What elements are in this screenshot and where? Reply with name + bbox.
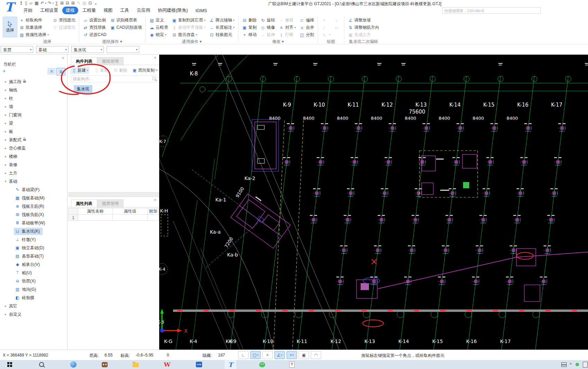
tab-drawing-manage[interactable]: 图纸管理 [97, 57, 124, 65]
merge-button[interactable]: ∪合并 [299, 24, 315, 31]
taskbar-folder-icon[interactable] [130, 360, 142, 369]
adjust-slope-button[interactable]: ∠调整放坡 [347, 17, 380, 24]
save-file-icon[interactable]: ▦ [35, 1, 38, 6]
menu-tab-cloud-app[interactable]: 云应用 [133, 7, 154, 14]
sidebar-item-raft-main-rebar[interactable]: ⊕筏板主筋(R) [0, 202, 67, 210]
new-button[interactable]: ▯新建▾ [70, 67, 89, 74]
sidebar-item-pile-cap[interactable]: ◆桩承台(V) [0, 260, 67, 269]
view-table-icon[interactable]: ⊟ [66, 1, 69, 6]
set-scale-button[interactable]: ▱设置比例 [82, 17, 107, 24]
region-select-mode-button[interactable]: ▢▾ [250, 351, 261, 359]
menu-tab-view[interactable]: 视图 [100, 7, 116, 14]
sidebar-item-foundation-slab-band[interactable]: Ⅲ基础板带(W) [0, 219, 67, 227]
list-item[interactable]: 集水坑 [74, 85, 92, 93]
shortcut-search-input[interactable] [442, 7, 541, 14]
taskbar-gtj-app-icon[interactable]: T [225, 360, 236, 369]
floor-select[interactable]: 首层▾ [1, 46, 33, 53]
convert-element-button[interactable]: ⊡转换图元 [208, 31, 235, 38]
menu-tab-modeling[interactable]: 建模 [62, 7, 78, 14]
menu-tab-project-settings[interactable]: 工程设置 [37, 7, 62, 14]
taskbar-assistant-icon[interactable] [99, 360, 110, 369]
sidebar-item-column-pier[interactable]: ⊥柱墩(Y) [0, 235, 67, 244]
element-save-button[interactable]: ⊟图元存盘▾ [171, 31, 206, 38]
offset-button[interactable]: ⊂偏移 [299, 17, 315, 24]
sidebar-item-independent-foundation[interactable]: ▣独立基础(D) [0, 244, 67, 252]
taskbar-wps-icon[interactable]: W [161, 360, 173, 369]
cloud-check-button[interactable]: ☁云检查 [148, 24, 169, 31]
view-report-icon[interactable]: ⊞ [71, 1, 75, 6]
restore-cad-button[interactable]: ↺还原CAD [82, 31, 107, 38]
sidebar-item-prefab[interactable]: ▸装配式 [0, 136, 67, 144]
component-search-input[interactable] [71, 75, 157, 82]
component-type-select[interactable]: 集水坑▾ [71, 46, 104, 53]
sidebar-item-stair[interactable]: ▸楼梯 [0, 152, 67, 161]
move-button[interactable]: +移动 [241, 31, 257, 38]
cad-viewport[interactable]: XK-7K-HK-4K-3K-8K-9K-10K-11K-12K-13K-14K… [159, 55, 588, 350]
component-name-select[interactable]: ▾ [107, 46, 139, 53]
sidebar-item-slab[interactable]: ▸板 [0, 127, 67, 136]
taskbar-start-icon[interactable] [4, 360, 16, 369]
sidebar-item-raft-foundation[interactable]: ▦筏板基础(M) [0, 194, 67, 202]
undo-dropdown-arrow[interactable]: ▾ [45, 2, 46, 5]
list-view-icon[interactable]: ≡ [47, 68, 56, 75]
taskbar-wechat-icon[interactable] [256, 360, 268, 369]
cell-extra[interactable] [147, 215, 159, 221]
inter-floor-copy-button[interactable]: ▣层间复制 [132, 68, 155, 73]
split-button[interactable]: ◫分割 [299, 31, 315, 38]
sidebar-item-foundation[interactable]: ▾基础 [0, 177, 67, 186]
sidebar-item-earthwork[interactable]: ▸土方 [0, 169, 67, 177]
copy-button[interactable]: ▣复制 [241, 24, 257, 31]
open-file-icon[interactable]: ▱ [29, 1, 33, 6]
angle-draw-mode-button[interactable]: ∠▾ [274, 351, 285, 359]
find-element-button[interactable]: ⊙查找图元 [52, 17, 76, 24]
sidebar-item-custom[interactable]: ▸自定义 [0, 310, 67, 318]
select-by-property-button[interactable]: ▤按属性选择▾ [18, 31, 49, 38]
sidebar-item-trench[interactable]: ▥地沟(G) [0, 285, 67, 294]
sidebar-item-strip-foundation[interactable]: ▤条形基础(T) [0, 252, 67, 260]
sidebar-item-other[interactable]: ▸其它 [0, 302, 67, 310]
cad-identify-options-button[interactable]: ▣CAD识别选项 [109, 24, 142, 31]
insert-element-icon[interactable]: ⊡ [89, 1, 92, 6]
undo-icon[interactable]: ↶ [40, 1, 44, 6]
tab-component-list[interactable]: 构件列表 [71, 57, 97, 65]
taskbar-search-icon[interactable] [36, 360, 47, 369]
taskbar-help-icon[interactable]: ? [286, 360, 298, 369]
sidebar-item-wall[interactable]: ▸墙 [0, 102, 67, 111]
add-icon[interactable]: + [3, 68, 6, 74]
find-replace-button[interactable]: ⇄查找替换 [82, 24, 107, 31]
adjust-rebar-direction-button[interactable]: ⇅调整钢筋方向 [347, 24, 380, 31]
length-dimension-button[interactable]: ↔长度标注▾ [208, 24, 235, 31]
copy-to-other-floor-button[interactable]: ▣复制到其它层▾ [171, 17, 206, 24]
menu-tab-tools[interactable]: 工具 [117, 7, 133, 14]
publish-icon[interactable]: ↥ [19, 1, 23, 6]
sidebar-item-beam[interactable]: ▸梁 [0, 119, 67, 127]
delete-button[interactable]: ⊟删除 [241, 17, 257, 24]
menu-tab-quantity[interactable]: 工程量 [79, 7, 99, 14]
pick-component-button[interactable]: ⌖拾取构件 [18, 17, 49, 24]
tab-layer-manage[interactable]: 图层管理 [97, 199, 124, 208]
sidebar-item-door-window[interactable]: ▸门窗洞 [0, 111, 67, 119]
sidebar-item-brick-mold[interactable]: ◧砖胎膜 [0, 294, 67, 302]
taskbar-browser-icon[interactable] [67, 360, 79, 369]
navigator-close-icon[interactable]: × [62, 56, 64, 60]
sidebar-item-raft-negative-rebar[interactable]: ⊞筏板负筋(X) [0, 210, 67, 219]
panel-splitter[interactable] [68, 192, 159, 197]
menu-tab-start[interactable]: 开始 [20, 7, 36, 14]
more-icon[interactable]: ⌄ [94, 1, 98, 6]
menu-tab-igms[interactable]: IGMS [192, 7, 210, 14]
sidebar-item-axis[interactable]: ▸轴线 [0, 86, 67, 94]
category-select[interactable]: 基础▾ [36, 46, 69, 53]
new-file-icon[interactable]: ▯ [25, 1, 27, 6]
cell-value[interactable] [112, 215, 147, 221]
tray-tray-chevron-icon[interactable]: ^ [570, 360, 572, 369]
sidebar-item-column[interactable]: ▸柱 [0, 94, 67, 102]
batch-select-button[interactable]: ⊞批量选择 [18, 24, 49, 31]
tray-tray-edge-icon[interactable] [583, 360, 588, 369]
tray-tray-window-icon[interactable] [561, 360, 567, 369]
cross-select-mode-button[interactable]: × [262, 351, 273, 359]
tab-property-list[interactable]: 属性列表 [71, 199, 97, 208]
summary-calculate-icon[interactable]: ∑ [55, 1, 58, 6]
sidebar-item-construction-section[interactable]: ▸施工段 [0, 78, 67, 86]
mirror-button[interactable]: ◇镜像 [260, 24, 276, 31]
snap-mode-button[interactable]: +▾ [287, 351, 297, 359]
